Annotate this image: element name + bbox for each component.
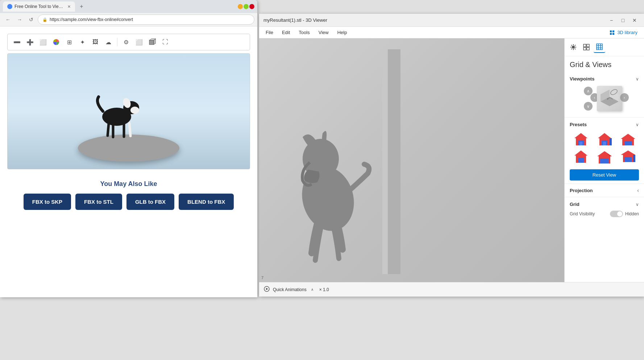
- panel-icon-grid[interactable]: [594, 41, 605, 53]
- grid-chevron: ∨: [636, 202, 639, 207]
- library-icon: [609, 30, 615, 36]
- browser-minimize-btn[interactable]: [238, 4, 243, 9]
- svg-point-6: [130, 107, 139, 114]
- fullscreen-button[interactable]: ⛶: [159, 36, 171, 48]
- presets-grid: [570, 129, 639, 168]
- svg-rect-1: [149, 40, 154, 45]
- lighting-button[interactable]: ✦: [76, 36, 88, 48]
- fbx-to-skp-button[interactable]: FBX to SKP: [24, 194, 71, 210]
- svg-rect-30: [587, 44, 589, 47]
- browser-maximize-btn[interactable]: [244, 4, 249, 9]
- toolbar-separator: [117, 38, 117, 46]
- svg-rect-59: [633, 155, 635, 162]
- nav-right-arrow[interactable]: ›: [620, 93, 629, 102]
- maximize-button[interactable]: □: [618, 15, 628, 25]
- preset-5[interactable]: [593, 149, 615, 165]
- svg-rect-32: [587, 47, 589, 50]
- svg-rect-48: [603, 142, 606, 145]
- lock-icon: 🔒: [42, 17, 47, 22]
- cube-nav[interactable]: [597, 86, 622, 111]
- preset-3[interactable]: [617, 132, 639, 148]
- fbx-to-stl-button[interactable]: FBX to STL: [75, 194, 122, 210]
- color-button[interactable]: [50, 36, 62, 48]
- zoom-in-button[interactable]: ➕: [24, 36, 36, 48]
- grid-section: Grid ∨ Grid Visibility Hidden: [565, 197, 644, 222]
- right-panel: Grid & Views Viewpoints ∨ ∧ ∨ ‹: [564, 38, 644, 282]
- zoom-out-button[interactable]: ➖: [11, 36, 23, 48]
- quick-animations-label: Quick Animations: [273, 287, 307, 292]
- frame-button[interactable]: ⬜: [37, 36, 49, 48]
- panel-icon-sun[interactable]: [568, 41, 579, 53]
- viewer-3d-scene[interactable]: 7: [259, 38, 564, 282]
- projection-chevron[interactable]: ‹: [637, 187, 639, 193]
- grid-tool-button[interactable]: ⊞: [63, 36, 75, 48]
- svg-rect-15: [612, 33, 614, 35]
- tab-favicon: [7, 4, 12, 9]
- new-tab-button[interactable]: +: [76, 1, 87, 12]
- refresh-button[interactable]: ↺: [26, 15, 36, 25]
- browser-close-btn[interactable]: [249, 4, 254, 9]
- layout-icon: [583, 44, 590, 51]
- menu-tools[interactable]: Tools: [295, 28, 313, 37]
- address-bar[interactable]: 🔒 https://sample.com/view-fbx-online#con…: [38, 15, 254, 25]
- browser-content: ➖ ➕ ⬜ ⊞ ✦ 🖼 ☁ ⚙ ⬜: [0, 26, 257, 297]
- grid-visibility-toggle[interactable]: [610, 211, 623, 217]
- svg-line-27: [571, 49, 572, 49]
- minimize-button[interactable]: −: [606, 15, 616, 25]
- box-button[interactable]: [146, 36, 158, 48]
- grid-header[interactable]: Grid ∨: [570, 200, 639, 208]
- sun-icon: [570, 44, 577, 51]
- panel-title: Grid & Views: [565, 56, 644, 72]
- presets-header[interactable]: Presets ∨: [570, 120, 639, 129]
- svg-rect-14: [610, 33, 612, 35]
- conversion-buttons: FBX to SKP FBX to STL GLB to FBX BLEND t…: [7, 194, 250, 210]
- menu-help[interactable]: Help: [334, 28, 351, 37]
- browser-tab[interactable]: Free Online Tool to View 3D F8 ✕: [3, 1, 75, 12]
- viewer-titlebar: myResultant(1).stl - 3D Viewer − □ ✕: [259, 14, 644, 27]
- browser-window: Free Online Tool to View 3D F8 ✕ + ← → ↺…: [0, 0, 257, 297]
- preset-4[interactable]: [570, 149, 592, 165]
- image-button[interactable]: 🖼: [90, 36, 101, 48]
- viewer-canvas: [7, 53, 250, 169]
- library-label: 3D library: [617, 30, 637, 35]
- viewer-menubar: File Edit Tools View Help 3D library: [259, 27, 644, 38]
- svg-rect-12: [610, 30, 612, 32]
- glb-to-fbx-button[interactable]: GLB to FBX: [126, 194, 174, 210]
- svg-rect-37: [597, 44, 602, 50]
- settings-button[interactable]: ⚙: [120, 36, 132, 48]
- svg-rect-58: [624, 157, 632, 162]
- forward-button[interactable]: →: [14, 15, 25, 25]
- upload-button[interactable]: ☁: [103, 36, 114, 48]
- reset-view-button[interactable]: Reset View: [570, 169, 639, 181]
- tab-close-button[interactable]: ✕: [67, 4, 71, 9]
- svg-rect-55: [600, 158, 609, 164]
- menu-edit[interactable]: Edit: [278, 28, 294, 37]
- wolf-svg: [281, 90, 375, 264]
- viewer-window-title: myResultant(1).stl - 3D Viewer: [263, 17, 606, 23]
- menu-view[interactable]: View: [315, 28, 332, 37]
- back-button[interactable]: ←: [3, 15, 13, 25]
- presets-chevron: ∨: [636, 122, 639, 127]
- grid-visibility-row: Grid Visibility Hidden: [570, 208, 639, 219]
- viewpoints-header[interactable]: Viewpoints ∨: [570, 75, 639, 83]
- close-button[interactable]: ✕: [630, 15, 640, 25]
- cube-button[interactable]: ⬜: [133, 36, 145, 48]
- svg-line-28: [575, 45, 576, 46]
- preset-6[interactable]: [617, 149, 639, 165]
- preset-2[interactable]: [593, 132, 615, 148]
- menu-3dlibrary[interactable]: 3D library: [606, 28, 641, 37]
- blend-to-fbx-button[interactable]: BLEND to FBX: [179, 194, 234, 210]
- url-text: https://sample.com/view-fbx-online#conve…: [50, 17, 133, 22]
- nav-down-arrow[interactable]: ∨: [584, 102, 593, 111]
- browser-controls: ← → ↺ 🔒 https://sample.com/view-fbx-onli…: [0, 13, 257, 26]
- svg-line-10: [108, 123, 109, 136]
- panel-icon-layout[interactable]: [581, 41, 592, 53]
- nav-up-arrow[interactable]: ∧: [584, 87, 593, 95]
- grid-icon: [596, 43, 603, 50]
- viewer-toolbar: ➖ ➕ ⬜ ⊞ ✦ 🖼 ☁ ⚙ ⬜: [7, 34, 250, 50]
- menu-file[interactable]: File: [262, 28, 277, 37]
- svg-rect-53: [578, 158, 584, 163]
- quick-animations-caret[interactable]: ∧: [311, 287, 313, 291]
- svg-rect-13: [612, 30, 614, 32]
- preset-1[interactable]: [570, 132, 592, 148]
